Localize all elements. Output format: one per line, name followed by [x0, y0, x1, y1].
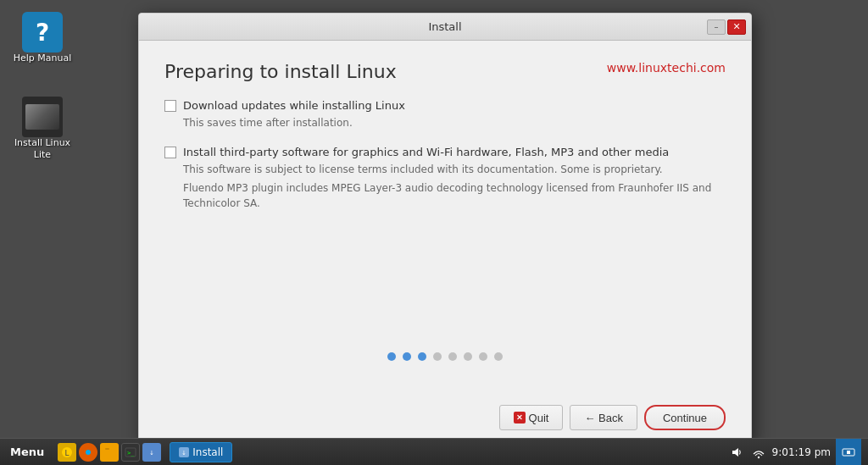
- quit-label: Quit: [529, 412, 549, 424]
- continue-label: Continue: [663, 412, 707, 424]
- dot-1: [387, 352, 396, 361]
- svg-text:>_: >_: [127, 450, 135, 457]
- taskbar-menu-button[interactable]: Menu: [0, 439, 54, 465]
- taskbar-network-box[interactable]: [836, 439, 861, 466]
- option-desc-third-party-2: Fluendo MP3 plugin includes MPEG Layer-3…: [183, 180, 726, 211]
- speaker-icon[interactable]: [728, 444, 745, 461]
- taskbar-icon-firefox[interactable]: [79, 443, 97, 462]
- install-linux-icon: [22, 97, 63, 137]
- option-label-download-updates: Download updates while installing Linux: [183, 99, 405, 112]
- svg-text:↓: ↓: [149, 450, 154, 457]
- svg-rect-15: [847, 451, 850, 454]
- close-button[interactable]: ✕: [727, 19, 746, 35]
- back-label: ← Back: [584, 412, 623, 424]
- back-button[interactable]: ← Back: [570, 405, 637, 430]
- svg-text:L: L: [65, 449, 70, 457]
- svg-text:↓: ↓: [181, 450, 186, 457]
- watermark: www.linuxtechi.com: [607, 61, 726, 75]
- dot-2: [403, 352, 411, 361]
- option-desc-download-updates: This saves time after installation.: [183, 115, 726, 130]
- linux-logo-svg: L: [61, 446, 73, 458]
- option-third-party: Install third-party software for graphic…: [164, 146, 726, 211]
- dot-7: [479, 352, 487, 361]
- continue-button[interactable]: Continue: [644, 405, 726, 430]
- taskbar-quick-icons: L >_ ↓: [54, 443, 164, 462]
- checkbox-third-party[interactable]: [164, 147, 176, 158]
- svg-point-3: [86, 450, 91, 455]
- option-desc-third-party-1: This software is subject to license term…: [183, 162, 726, 177]
- taskbar-icon-files[interactable]: [100, 443, 119, 462]
- svg-point-13: [757, 456, 759, 457]
- svg-rect-4: [105, 449, 114, 456]
- dot-3: [418, 352, 426, 361]
- option-row-1: Download updates while installing Linux: [164, 99, 726, 112]
- option-download-updates: Download updates while installing Linux …: [164, 99, 726, 130]
- taskbar-right: 9:01:19 pm: [728, 439, 868, 466]
- dot-5: [448, 352, 457, 361]
- taskbar-app-label: Install: [192, 446, 223, 458]
- taskbar-icon-linux-logo[interactable]: L: [58, 443, 76, 462]
- dialog-titlebar: Install – ✕: [139, 14, 751, 41]
- checkbox-download-updates[interactable]: [164, 100, 176, 112]
- dialog-body: Preparing to install Linux www.linuxtech…: [139, 41, 751, 395]
- quit-icon: ✕: [514, 412, 526, 423]
- taskbar-time: 9:01:19 pm: [772, 446, 831, 458]
- quit-button[interactable]: ✕ Quit: [499, 405, 564, 430]
- dialog-footer: ✕ Quit ← Back Continue: [139, 395, 751, 444]
- desktop-icon-help-manual[interactable]: ? Help Manual: [8, 8, 76, 68]
- option-label-third-party: Install third-party software for graphic…: [183, 146, 669, 158]
- desktop-icon-install-linux[interactable]: Install Linux Lite: [8, 93, 76, 165]
- svg-marker-12: [732, 448, 738, 457]
- option-row-2: Install third-party software for graphic…: [164, 146, 726, 158]
- taskbar: Menu L >_: [0, 438, 868, 465]
- install-linux-label: Install Linux Lite: [14, 137, 70, 162]
- dialog-title: Install: [428, 20, 461, 33]
- taskbar-icon-install[interactable]: ↓: [142, 443, 161, 462]
- dot-6: [464, 352, 472, 361]
- dialog-controls: – ✕: [707, 19, 746, 35]
- progress-dots: [164, 339, 726, 378]
- install-dialog: Install – ✕ Preparing to install Linux w…: [138, 13, 752, 445]
- help-manual-icon: ?: [22, 12, 63, 53]
- svg-rect-5: [105, 448, 109, 450]
- network-icon[interactable]: [750, 444, 767, 461]
- help-manual-label: Help Manual: [14, 53, 72, 64]
- taskbar-app-install-button[interactable]: ↓ Install: [170, 442, 232, 462]
- dot-8: [494, 352, 503, 361]
- install-app-icon: ↓: [179, 447, 189, 457]
- dot-4: [433, 352, 442, 361]
- minimize-button[interactable]: –: [707, 19, 726, 35]
- taskbar-icon-terminal[interactable]: >_: [121, 443, 140, 462]
